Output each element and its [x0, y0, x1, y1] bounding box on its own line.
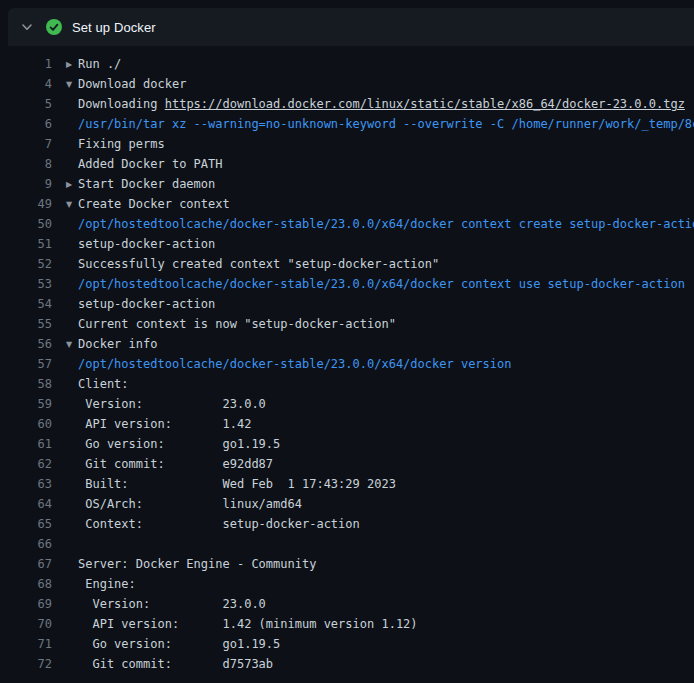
log-row: 6 /usr/bin/tar xz --warning=no-unknown-k…	[0, 114, 694, 134]
line-content: Current context is now "setup-docker-act…	[66, 317, 396, 331]
line-content: Git commit: e92dd87	[66, 457, 273, 471]
line-number[interactable]: 55	[6, 317, 52, 331]
log-row: 5 Downloading https://download.docker.co…	[0, 94, 694, 114]
line-number[interactable]: 59	[6, 397, 52, 411]
log-row: 69 Version: 23.0.0	[0, 594, 694, 614]
line-content: API version: 1.42	[66, 417, 251, 431]
log-row: 71 Go version: go1.19.5	[0, 634, 694, 654]
line-number[interactable]: 6	[6, 117, 52, 131]
log-row: 63 Built: Wed Feb 1 17:43:29 2023	[0, 474, 694, 494]
line-number[interactable]: 63	[6, 477, 52, 491]
log-row: 9 ▶Start Docker daemon	[0, 174, 694, 194]
log-command-line: /opt/hostedtoolcache/docker-stable/23.0.…	[66, 357, 511, 371]
line-number[interactable]: 71	[6, 637, 52, 651]
line-number[interactable]: 51	[6, 237, 52, 251]
line-number[interactable]: 4	[6, 77, 52, 91]
log-row: 51 setup-docker-action	[0, 234, 694, 254]
line-number[interactable]: 67	[6, 557, 52, 571]
line-number[interactable]: 68	[6, 577, 52, 591]
step-title: Set up Docker	[72, 20, 156, 35]
line-number[interactable]: 7	[6, 137, 52, 151]
chevron-collapsed-icon: ▶	[66, 60, 78, 69]
line-number[interactable]: 56	[6, 337, 52, 351]
line-number[interactable]: 49	[6, 197, 52, 211]
log-row: 1 ▶Run ./	[0, 54, 694, 74]
line-number[interactable]: 62	[6, 457, 52, 471]
line-content: Version: 23.0.0	[66, 597, 266, 611]
log-group-title[interactable]: ▼Docker info	[66, 337, 157, 351]
line-number[interactable]: 70	[6, 617, 52, 631]
log-command-line: /opt/hostedtoolcache/docker-stable/23.0.…	[66, 217, 694, 231]
line-number[interactable]: 66	[6, 537, 52, 551]
log-row: 54 setup-docker-action	[0, 294, 694, 314]
chevron-expanded-icon: ▼	[66, 340, 78, 349]
line-number[interactable]: 53	[6, 277, 52, 291]
log-row: 68 Engine:	[0, 574, 694, 594]
log-group-title[interactable]: ▶Start Docker daemon	[66, 177, 215, 191]
line-number[interactable]: 54	[6, 297, 52, 311]
log-row: 72 Git commit: d7573ab	[0, 654, 694, 674]
log-row: 64 OS/Arch: linux/amd64	[0, 494, 694, 514]
log-row: 60 API version: 1.42	[0, 414, 694, 434]
line-number[interactable]: 50	[6, 217, 52, 231]
log-row: 4 ▼Download docker	[0, 74, 694, 94]
log-row: 58 Client:	[0, 374, 694, 394]
line-content: Git commit: d7573ab	[66, 657, 273, 671]
log-row: 57 /opt/hostedtoolcache/docker-stable/23…	[0, 354, 694, 374]
line-number[interactable]: 72	[6, 657, 52, 671]
line-content: Fixing perms	[66, 137, 165, 151]
log-lines: 1 ▶Run ./ 4 ▼Download docker 5 Downloadi…	[0, 54, 694, 674]
step-header[interactable]: Set up Docker	[8, 8, 694, 46]
line-content: OS/Arch: linux/amd64	[66, 497, 302, 511]
line-content: Successfully created context "setup-dock…	[66, 257, 439, 271]
line-number[interactable]: 69	[6, 597, 52, 611]
chevron-expanded-icon: ▼	[66, 200, 78, 209]
line-content: setup-docker-action	[66, 237, 215, 251]
log-row: 62 Git commit: e92dd87	[0, 454, 694, 474]
log-group-title[interactable]: ▶Run ./	[66, 57, 121, 71]
log-row: 61 Go version: go1.19.5	[0, 434, 694, 454]
line-content: setup-docker-action	[66, 297, 215, 311]
line-content: Server: Docker Engine - Community	[66, 557, 316, 571]
log-url-link[interactable]: https://download.docker.com/linux/static…	[165, 97, 685, 111]
chevron-expanded-icon: ▼	[66, 80, 78, 89]
log-row: 56 ▼Docker info	[0, 334, 694, 354]
line-content: Go version: go1.19.5	[66, 437, 280, 451]
log-row: 59 Version: 23.0.0	[0, 394, 694, 414]
line-content: Built: Wed Feb 1 17:43:29 2023	[66, 477, 396, 491]
line-content: Engine:	[66, 577, 136, 591]
chevron-down-icon[interactable]	[20, 20, 34, 34]
line-content: Downloading https://download.docker.com/…	[66, 97, 685, 111]
line-number[interactable]: 57	[6, 357, 52, 371]
line-content: Version: 23.0.0	[66, 397, 266, 411]
line-number[interactable]: 60	[6, 417, 52, 431]
line-number[interactable]: 1	[6, 57, 52, 71]
log-row: 7 Fixing perms	[0, 134, 694, 154]
log-command-line: /opt/hostedtoolcache/docker-stable/23.0.…	[66, 277, 685, 291]
log-command-line: /usr/bin/tar xz --warning=no-unknown-key…	[66, 117, 694, 131]
line-number[interactable]: 9	[6, 177, 52, 191]
line-content: Context: setup-docker-action	[66, 517, 360, 531]
log-row: 65 Context: setup-docker-action	[0, 514, 694, 534]
log-row: 52 Successfully created context "setup-d…	[0, 254, 694, 274]
line-content: Client:	[66, 377, 129, 391]
log-row: 66	[0, 534, 694, 554]
success-check-icon	[46, 19, 62, 35]
log-row: 55 Current context is now "setup-docker-…	[0, 314, 694, 334]
log-group-title[interactable]: ▼Create Docker context	[66, 197, 230, 211]
line-number[interactable]: 61	[6, 437, 52, 451]
log-row: 67 Server: Docker Engine - Community	[0, 554, 694, 574]
line-number[interactable]: 8	[6, 157, 52, 171]
log-group-title[interactable]: ▼Download docker	[66, 77, 186, 91]
log-row: 8 Added Docker to PATH	[0, 154, 694, 174]
log-row: 70 API version: 1.42 (minimum version 1.…	[0, 614, 694, 634]
line-number[interactable]: 5	[6, 97, 52, 111]
log-row: 53 /opt/hostedtoolcache/docker-stable/23…	[0, 274, 694, 294]
line-number[interactable]: 52	[6, 257, 52, 271]
line-content: Go version: go1.19.5	[66, 637, 280, 651]
line-number[interactable]: 65	[6, 517, 52, 531]
log-row: 49 ▼Create Docker context	[0, 194, 694, 214]
line-number[interactable]: 64	[6, 497, 52, 511]
line-number[interactable]: 58	[6, 377, 52, 391]
line-content: API version: 1.42 (minimum version 1.12)	[66, 617, 418, 631]
